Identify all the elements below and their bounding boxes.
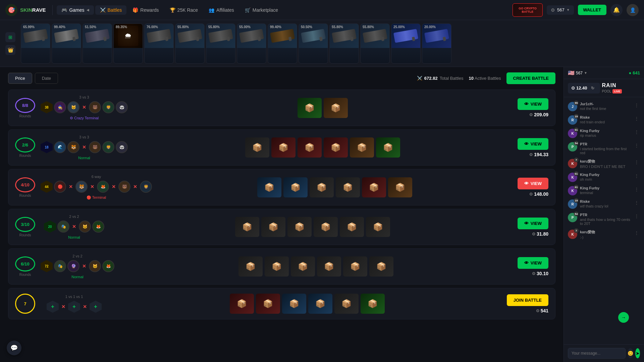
chat-more-button[interactable]: ⋮	[633, 199, 640, 206]
add-player-slot[interactable]: +	[68, 301, 80, 313]
nav-rewards[interactable]: 🎁 Rewards	[128, 5, 163, 15]
x-divider: ✕	[72, 224, 76, 229]
case-item: 📦	[362, 177, 386, 197]
chat-more-button[interactable]: ⋮	[633, 142, 640, 149]
view-battle-button-2[interactable]: 👁 VIEW	[518, 138, 548, 150]
round-circle-3: 4/10	[15, 177, 35, 192]
chat-content: PTR i started betting from the first red	[580, 142, 631, 155]
filter-bar: Price Date ⚔️ 672.82 Total Battles 10 Ac…	[8, 72, 555, 84]
user-icon: 👤	[630, 7, 636, 13]
player-avatars-5: 72 🎭 🔮 ✕ 🐱 🦊	[41, 260, 114, 272]
strip-item-10[interactable]: 50.50%	[299, 23, 328, 64]
strip-item-7[interactable]: 55.80%	[206, 23, 235, 64]
logo[interactable]: 🎯 SKINRAVE	[5, 4, 46, 16]
chat-more-button[interactable]: ⋮	[633, 230, 640, 236]
strip-item-12[interactable]: 55.80%	[360, 23, 390, 64]
strip-item-4[interactable]: 89.35%🌧	[113, 23, 143, 64]
nav-marketplace[interactable]: 🛒 Marketplace	[240, 5, 283, 15]
currency-score: ● 641	[629, 70, 640, 75]
battles-content: Price Date ⚔️ 672.82 Total Battles 10 Ac…	[0, 67, 564, 362]
create-battle-button[interactable]: CREATE BATTLE	[506, 72, 555, 84]
marketplace-icon: 🛒	[245, 7, 251, 13]
strip-item-6[interactable]: 55.80%	[175, 23, 205, 64]
emoji-button[interactable]: 😊	[628, 348, 633, 358]
promo-banner[interactable]: GO CRYPTOBATTLE	[513, 3, 543, 17]
view-battle-button-3[interactable]: 👁 VIEW	[518, 178, 548, 189]
currency-bar: 🇺🇸 567 ▼ ● 641	[564, 67, 644, 79]
crown-icon-button[interactable]: 👑	[5, 45, 15, 55]
add-player-slot[interactable]: +	[47, 301, 59, 313]
view-battle-button-1[interactable]: 👁 VIEW	[518, 98, 548, 110]
nav-race[interactable]: 🏆 25K Race	[165, 5, 203, 15]
case-item: 📦	[388, 177, 412, 197]
battle-type-label-4: Normal	[68, 235, 80, 239]
join-battle-button-6[interactable]: JOIN BATTLE	[507, 294, 548, 306]
user-avatar[interactable]: 👤	[627, 4, 639, 16]
nav-battles[interactable]: ⚔️ Battles	[95, 5, 127, 15]
strip-item-5[interactable]: 76.00%	[144, 23, 174, 64]
battles-label: Battles	[108, 7, 122, 13]
wallet-button[interactable]: WALLET	[578, 5, 606, 15]
chat-username: Riske	[580, 115, 631, 119]
players-section-5: 2 vs 2 72 🎭 🔮 ✕ 🐱 🦊 Normal	[41, 254, 114, 279]
chat-message: R19 Riske wtf thats crazy lol ⋮	[564, 197, 644, 211]
chat-text: red train ended	[580, 120, 631, 124]
chat-more-button[interactable]: ⋮	[633, 115, 640, 122]
chat-more-button[interactable]: ⋮	[633, 102, 640, 109]
add-player-slot[interactable]: +	[90, 301, 102, 313]
strip-item-8[interactable]: 55.00%	[237, 23, 266, 64]
nav-affiliates[interactable]: 👥 Affiliates	[204, 5, 239, 15]
filter-date-button[interactable]: Date	[35, 73, 58, 84]
strip-item-9[interactable]: 99.40%	[268, 23, 297, 64]
player-avatar: 🧙	[54, 101, 66, 113]
active-battles-display: 10 Active Battles	[469, 76, 501, 81]
chat-more-button[interactable]: ⋮	[633, 173, 640, 179]
live-badge: LIVE	[612, 89, 622, 94]
chat-more-button[interactable]: ⋮	[633, 213, 640, 220]
players-section-1: 3 vs 3 38 🧙 🐱 ✕ 🐻 🦁 🐼 ⚙ Crazy Terminal	[41, 95, 128, 120]
player-avatars-3: 44 🔴 ✕ 🐯 ✕ 🦊 ✕ 🐻 ✕ 🦁	[41, 181, 152, 193]
grid-view-button[interactable]: ⊞	[5, 32, 15, 42]
pool-refresh-button[interactable]: ↻	[589, 84, 597, 92]
strip-item-1[interactable]: 65.99%	[21, 23, 50, 64]
cases-section-6: 📦 📦 📦 📦 📦 📦	[113, 294, 501, 314]
x-divider: ✕	[90, 184, 94, 189]
affiliates-icon: 👥	[209, 7, 214, 13]
strip-item-11[interactable]: 55.80%	[329, 23, 359, 64]
chat-text: and thats how u bring 70 cents to 20T	[580, 218, 631, 226]
send-message-button[interactable]: ➤	[635, 348, 640, 358]
case-item: 📦	[336, 177, 360, 197]
view-battle-button-5[interactable]: 👁 VIEW	[518, 257, 548, 269]
strip-item-13[interactable]: 25.00%	[391, 23, 421, 64]
strip-item-2[interactable]: 99.40%	[52, 23, 81, 64]
gun-image	[177, 29, 202, 43]
rounds-label-5: Rounds	[19, 273, 31, 277]
round-indicator-6: 7	[15, 294, 35, 314]
score-value: 641	[633, 70, 640, 75]
games-icon: 🎮	[61, 7, 67, 13]
case-item: 📦	[257, 177, 281, 197]
chat-more-button[interactable]: ⋮	[633, 159, 640, 166]
notification-button[interactable]: 🔔	[610, 4, 623, 16]
case-item: 📦	[245, 137, 269, 158]
view-battle-button-4[interactable]: 👁 VIEW	[518, 218, 548, 229]
filter-price-button[interactable]: Price	[8, 73, 32, 84]
strip-item-14[interactable]: 20.00%	[422, 23, 451, 64]
player-avatars-2: 18 🌊 🐯 ✕ 🐻 🦁 🐼	[41, 141, 128, 153]
chat-more-button[interactable]: ⋮	[633, 129, 640, 135]
case-item: 📦	[369, 256, 393, 277]
strip-item-3[interactable]: 51.50%	[83, 23, 112, 64]
price-section-5: 👁 VIEW ⊙ 30.10	[518, 257, 548, 276]
x-divider: ✕	[82, 105, 86, 110]
chat-more-button[interactable]: ⋮	[633, 186, 640, 193]
case-item: 📦	[282, 294, 306, 314]
players-section-2: 3 vs 3 18 🌊 🐯 ✕ 🐻 🦁 🐼 Normal	[41, 135, 128, 160]
chat-input[interactable]	[568, 348, 626, 359]
chat-username: King Furby	[580, 186, 631, 190]
chat-float-button[interactable]: 💬	[7, 341, 21, 355]
chat-message: K7 karu愛物 :-) ⋮	[564, 228, 644, 241]
scroll-bottom-button[interactable]: →	[618, 312, 629, 323]
player-avatar: 🦁	[102, 141, 114, 153]
price-section-4: 👁 VIEW ⊙ 31.80	[518, 218, 548, 237]
nav-games-button[interactable]: 🎮 Games ◀	[57, 5, 94, 15]
